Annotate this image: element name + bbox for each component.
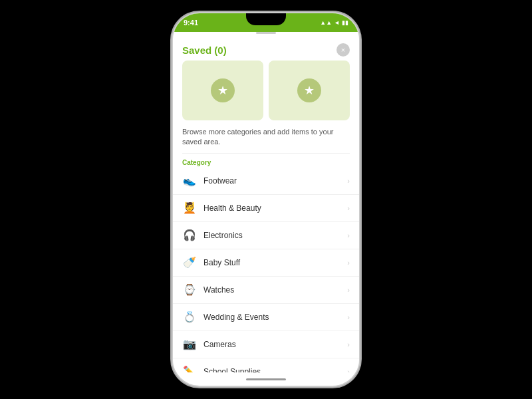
category-label: Category xyxy=(173,154,359,168)
footwear-label: Footwear xyxy=(203,176,347,186)
baby-stuff-chevron-icon: › xyxy=(347,259,350,267)
wedding-events-icon: 💍 xyxy=(182,310,197,325)
category-item-school-supplies[interactable]: ✏️School Supplies› xyxy=(173,358,359,372)
baby-stuff-label: Baby Stuff xyxy=(203,258,347,267)
close-button[interactable]: × xyxy=(336,43,350,57)
cameras-chevron-icon: › xyxy=(347,340,350,348)
cameras-label: Cameras xyxy=(203,340,347,349)
category-item-health-beauty[interactable]: 💆Health & Beauty› xyxy=(173,195,359,222)
watches-label: Watches xyxy=(203,285,347,295)
category-item-footwear[interactable]: 👟Footwear› xyxy=(173,168,359,195)
electronics-chevron-icon: › xyxy=(347,231,350,239)
category-item-cameras[interactable]: 📷Cameras› xyxy=(173,331,359,358)
battery-icon: ▮▮ xyxy=(342,19,348,26)
school-supplies-label: School Supplies xyxy=(203,367,347,372)
saved-card-2[interactable]: ★ xyxy=(269,61,350,120)
star-icon-2: ★ xyxy=(297,78,321,102)
wedding-events-label: Wedding & Events xyxy=(203,313,347,322)
wifi-icon: ◄ xyxy=(334,19,340,26)
baby-stuff-icon: 🍼 xyxy=(182,255,197,270)
screen: Saved (0) × ★ ★ Browse more categories a… xyxy=(173,32,359,372)
cameras-icon: 📷 xyxy=(182,337,197,352)
health-beauty-label: Health & Beauty xyxy=(203,203,347,213)
category-list: 👟Footwear›💆Health & Beauty›🎧Electronics›… xyxy=(173,168,359,372)
electronics-icon: 🎧 xyxy=(182,228,197,243)
watches-icon: ⌚ xyxy=(182,283,197,297)
watches-chevron-icon: › xyxy=(347,286,350,294)
signal-icon: ▲▲ xyxy=(320,19,332,26)
home-indicator xyxy=(173,372,359,386)
phone-frame: 9:41 ▲▲ ◄ ▮▮ Saved (0) × ★ ★ Browse more… xyxy=(173,13,359,386)
saved-cards-container: ★ ★ xyxy=(173,61,359,120)
footwear-chevron-icon: › xyxy=(347,177,350,185)
notch xyxy=(246,13,286,25)
status-icons: ▲▲ ◄ ▮▮ xyxy=(320,19,348,26)
header: Saved (0) × xyxy=(173,37,359,61)
health-beauty-chevron-icon: › xyxy=(347,204,350,212)
status-time: 9:41 xyxy=(184,19,198,27)
electronics-label: Electronics xyxy=(203,231,347,240)
health-beauty-icon: 💆 xyxy=(182,201,197,215)
wedding-events-chevron-icon: › xyxy=(347,313,350,321)
category-item-electronics[interactable]: 🎧Electronics› xyxy=(173,222,359,249)
category-item-watches[interactable]: ⌚Watches› xyxy=(173,277,359,304)
browse-text: Browse more categories and add items to … xyxy=(173,127,359,153)
footwear-icon: 👟 xyxy=(182,174,197,188)
saved-card-1[interactable]: ★ xyxy=(182,61,263,120)
page-title: Saved (0) xyxy=(182,45,227,56)
star-icon-1: ★ xyxy=(211,78,235,102)
scroll-indicator xyxy=(256,32,276,34)
school-supplies-icon: ✏️ xyxy=(182,364,197,372)
home-bar xyxy=(246,378,286,380)
category-item-wedding-events[interactable]: 💍Wedding & Events› xyxy=(173,304,359,331)
category-item-baby-stuff[interactable]: 🍼Baby Stuff› xyxy=(173,249,359,277)
school-supplies-chevron-icon: › xyxy=(347,368,350,372)
